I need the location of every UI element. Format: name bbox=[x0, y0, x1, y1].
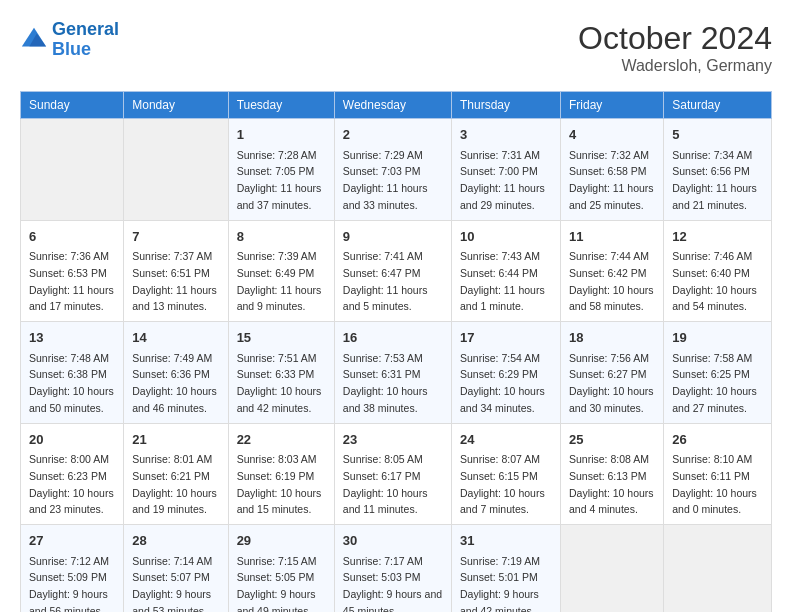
calendar-cell: 23Sunrise: 8:05 AM Sunset: 6:17 PM Dayli… bbox=[334, 423, 451, 525]
day-number: 11 bbox=[569, 227, 655, 247]
day-detail: Sunrise: 7:29 AM Sunset: 7:03 PM Dayligh… bbox=[343, 149, 428, 211]
calendar-cell: 15Sunrise: 7:51 AM Sunset: 6:33 PM Dayli… bbox=[228, 322, 334, 424]
day-number: 24 bbox=[460, 430, 552, 450]
month-title: October 2024 bbox=[578, 20, 772, 57]
calendar-cell: 14Sunrise: 7:49 AM Sunset: 6:36 PM Dayli… bbox=[124, 322, 228, 424]
calendar-cell: 11Sunrise: 7:44 AM Sunset: 6:42 PM Dayli… bbox=[560, 220, 663, 322]
day-number: 14 bbox=[132, 328, 219, 348]
calendar-table: SundayMondayTuesdayWednesdayThursdayFrid… bbox=[20, 91, 772, 612]
day-detail: Sunrise: 7:28 AM Sunset: 7:05 PM Dayligh… bbox=[237, 149, 322, 211]
day-detail: Sunrise: 7:36 AM Sunset: 6:53 PM Dayligh… bbox=[29, 250, 114, 312]
month-info: October 2024 Wadersloh, Germany bbox=[578, 20, 772, 75]
day-detail: Sunrise: 8:03 AM Sunset: 6:19 PM Dayligh… bbox=[237, 453, 322, 515]
day-detail: Sunrise: 7:12 AM Sunset: 5:09 PM Dayligh… bbox=[29, 555, 109, 613]
day-number: 31 bbox=[460, 531, 552, 551]
day-detail: Sunrise: 7:51 AM Sunset: 6:33 PM Dayligh… bbox=[237, 352, 322, 414]
day-number: 20 bbox=[29, 430, 115, 450]
calendar-cell bbox=[560, 525, 663, 613]
weekday-header: Tuesday bbox=[228, 92, 334, 119]
calendar-cell: 30Sunrise: 7:17 AM Sunset: 5:03 PM Dayli… bbox=[334, 525, 451, 613]
day-detail: Sunrise: 7:53 AM Sunset: 6:31 PM Dayligh… bbox=[343, 352, 428, 414]
day-number: 13 bbox=[29, 328, 115, 348]
day-number: 10 bbox=[460, 227, 552, 247]
calendar-cell bbox=[21, 119, 124, 221]
calendar-cell: 16Sunrise: 7:53 AM Sunset: 6:31 PM Dayli… bbox=[334, 322, 451, 424]
header-row: SundayMondayTuesdayWednesdayThursdayFrid… bbox=[21, 92, 772, 119]
day-detail: Sunrise: 7:15 AM Sunset: 5:05 PM Dayligh… bbox=[237, 555, 317, 613]
weekday-header: Saturday bbox=[664, 92, 772, 119]
day-number: 21 bbox=[132, 430, 219, 450]
calendar-cell: 6Sunrise: 7:36 AM Sunset: 6:53 PM Daylig… bbox=[21, 220, 124, 322]
day-detail: Sunrise: 7:43 AM Sunset: 6:44 PM Dayligh… bbox=[460, 250, 545, 312]
day-number: 15 bbox=[237, 328, 326, 348]
day-detail: Sunrise: 8:08 AM Sunset: 6:13 PM Dayligh… bbox=[569, 453, 654, 515]
weekday-header: Thursday bbox=[452, 92, 561, 119]
day-number: 4 bbox=[569, 125, 655, 145]
logo: General Blue bbox=[20, 20, 119, 60]
day-number: 23 bbox=[343, 430, 443, 450]
day-number: 12 bbox=[672, 227, 763, 247]
day-detail: Sunrise: 8:07 AM Sunset: 6:15 PM Dayligh… bbox=[460, 453, 545, 515]
calendar-cell: 18Sunrise: 7:56 AM Sunset: 6:27 PM Dayli… bbox=[560, 322, 663, 424]
calendar-cell: 19Sunrise: 7:58 AM Sunset: 6:25 PM Dayli… bbox=[664, 322, 772, 424]
day-number: 1 bbox=[237, 125, 326, 145]
day-detail: Sunrise: 7:39 AM Sunset: 6:49 PM Dayligh… bbox=[237, 250, 322, 312]
day-number: 6 bbox=[29, 227, 115, 247]
day-number: 8 bbox=[237, 227, 326, 247]
logo-icon bbox=[20, 26, 48, 54]
day-detail: Sunrise: 7:32 AM Sunset: 6:58 PM Dayligh… bbox=[569, 149, 654, 211]
calendar-cell: 29Sunrise: 7:15 AM Sunset: 5:05 PM Dayli… bbox=[228, 525, 334, 613]
calendar-cell bbox=[664, 525, 772, 613]
day-detail: Sunrise: 8:05 AM Sunset: 6:17 PM Dayligh… bbox=[343, 453, 428, 515]
weekday-header: Wednesday bbox=[334, 92, 451, 119]
day-detail: Sunrise: 7:46 AM Sunset: 6:40 PM Dayligh… bbox=[672, 250, 757, 312]
day-number: 26 bbox=[672, 430, 763, 450]
calendar-cell: 24Sunrise: 8:07 AM Sunset: 6:15 PM Dayli… bbox=[452, 423, 561, 525]
calendar-week-row: 20Sunrise: 8:00 AM Sunset: 6:23 PM Dayli… bbox=[21, 423, 772, 525]
calendar-week-row: 27Sunrise: 7:12 AM Sunset: 5:09 PM Dayli… bbox=[21, 525, 772, 613]
day-detail: Sunrise: 7:58 AM Sunset: 6:25 PM Dayligh… bbox=[672, 352, 757, 414]
calendar-cell: 28Sunrise: 7:14 AM Sunset: 5:07 PM Dayli… bbox=[124, 525, 228, 613]
day-number: 28 bbox=[132, 531, 219, 551]
calendar-cell: 2Sunrise: 7:29 AM Sunset: 7:03 PM Daylig… bbox=[334, 119, 451, 221]
calendar-week-row: 13Sunrise: 7:48 AM Sunset: 6:38 PM Dayli… bbox=[21, 322, 772, 424]
day-detail: Sunrise: 7:37 AM Sunset: 6:51 PM Dayligh… bbox=[132, 250, 217, 312]
calendar-cell: 13Sunrise: 7:48 AM Sunset: 6:38 PM Dayli… bbox=[21, 322, 124, 424]
day-detail: Sunrise: 7:54 AM Sunset: 6:29 PM Dayligh… bbox=[460, 352, 545, 414]
calendar-cell: 8Sunrise: 7:39 AM Sunset: 6:49 PM Daylig… bbox=[228, 220, 334, 322]
calendar-cell: 26Sunrise: 8:10 AM Sunset: 6:11 PM Dayli… bbox=[664, 423, 772, 525]
calendar-cell: 27Sunrise: 7:12 AM Sunset: 5:09 PM Dayli… bbox=[21, 525, 124, 613]
day-number: 17 bbox=[460, 328, 552, 348]
calendar-cell: 10Sunrise: 7:43 AM Sunset: 6:44 PM Dayli… bbox=[452, 220, 561, 322]
calendar-cell bbox=[124, 119, 228, 221]
day-number: 5 bbox=[672, 125, 763, 145]
calendar-cell: 22Sunrise: 8:03 AM Sunset: 6:19 PM Dayli… bbox=[228, 423, 334, 525]
day-detail: Sunrise: 7:19 AM Sunset: 5:01 PM Dayligh… bbox=[460, 555, 540, 613]
day-number: 2 bbox=[343, 125, 443, 145]
location: Wadersloh, Germany bbox=[578, 57, 772, 75]
calendar-cell: 25Sunrise: 8:08 AM Sunset: 6:13 PM Dayli… bbox=[560, 423, 663, 525]
day-number: 25 bbox=[569, 430, 655, 450]
day-detail: Sunrise: 7:41 AM Sunset: 6:47 PM Dayligh… bbox=[343, 250, 428, 312]
calendar-cell: 3Sunrise: 7:31 AM Sunset: 7:00 PM Daylig… bbox=[452, 119, 561, 221]
weekday-header: Monday bbox=[124, 92, 228, 119]
day-detail: Sunrise: 8:00 AM Sunset: 6:23 PM Dayligh… bbox=[29, 453, 114, 515]
calendar-cell: 1Sunrise: 7:28 AM Sunset: 7:05 PM Daylig… bbox=[228, 119, 334, 221]
logo-text: General Blue bbox=[52, 20, 119, 60]
calendar-cell: 21Sunrise: 8:01 AM Sunset: 6:21 PM Dayli… bbox=[124, 423, 228, 525]
day-detail: Sunrise: 8:10 AM Sunset: 6:11 PM Dayligh… bbox=[672, 453, 757, 515]
calendar-week-row: 1Sunrise: 7:28 AM Sunset: 7:05 PM Daylig… bbox=[21, 119, 772, 221]
weekday-header: Friday bbox=[560, 92, 663, 119]
day-detail: Sunrise: 7:14 AM Sunset: 5:07 PM Dayligh… bbox=[132, 555, 212, 613]
day-detail: Sunrise: 7:34 AM Sunset: 6:56 PM Dayligh… bbox=[672, 149, 757, 211]
day-detail: Sunrise: 7:48 AM Sunset: 6:38 PM Dayligh… bbox=[29, 352, 114, 414]
calendar-cell: 9Sunrise: 7:41 AM Sunset: 6:47 PM Daylig… bbox=[334, 220, 451, 322]
calendar-cell: 12Sunrise: 7:46 AM Sunset: 6:40 PM Dayli… bbox=[664, 220, 772, 322]
day-number: 16 bbox=[343, 328, 443, 348]
day-detail: Sunrise: 7:17 AM Sunset: 5:03 PM Dayligh… bbox=[343, 555, 442, 613]
calendar-cell: 7Sunrise: 7:37 AM Sunset: 6:51 PM Daylig… bbox=[124, 220, 228, 322]
day-number: 27 bbox=[29, 531, 115, 551]
calendar-cell: 4Sunrise: 7:32 AM Sunset: 6:58 PM Daylig… bbox=[560, 119, 663, 221]
calendar-cell: 20Sunrise: 8:00 AM Sunset: 6:23 PM Dayli… bbox=[21, 423, 124, 525]
calendar-cell: 17Sunrise: 7:54 AM Sunset: 6:29 PM Dayli… bbox=[452, 322, 561, 424]
